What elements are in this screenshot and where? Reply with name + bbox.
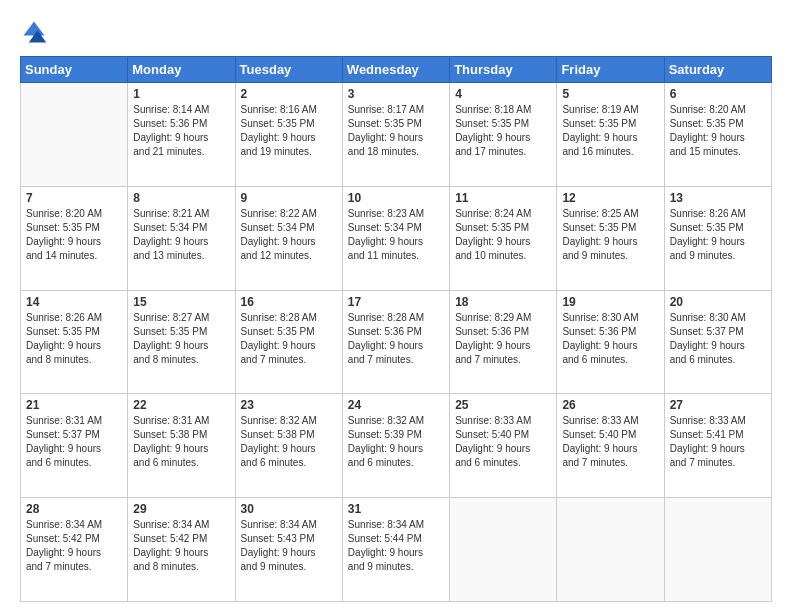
calendar-week-3: 14Sunrise: 8:26 AMSunset: 5:35 PMDayligh… (21, 290, 772, 394)
logo (20, 18, 50, 46)
calendar-cell: 14Sunrise: 8:26 AMSunset: 5:35 PMDayligh… (21, 290, 128, 394)
day-info: Sunrise: 8:21 AMSunset: 5:34 PMDaylight:… (133, 207, 229, 263)
day-header-wednesday: Wednesday (342, 57, 449, 83)
calendar-cell: 26Sunrise: 8:33 AMSunset: 5:40 PMDayligh… (557, 394, 664, 498)
day-number: 25 (455, 398, 551, 412)
day-info: Sunrise: 8:17 AMSunset: 5:35 PMDaylight:… (348, 103, 444, 159)
day-info: Sunrise: 8:26 AMSunset: 5:35 PMDaylight:… (26, 311, 122, 367)
day-number: 7 (26, 191, 122, 205)
calendar-cell (557, 498, 664, 602)
day-number: 13 (670, 191, 766, 205)
calendar-cell: 9Sunrise: 8:22 AMSunset: 5:34 PMDaylight… (235, 186, 342, 290)
day-number: 3 (348, 87, 444, 101)
calendar-cell: 13Sunrise: 8:26 AMSunset: 5:35 PMDayligh… (664, 186, 771, 290)
day-number: 9 (241, 191, 337, 205)
day-header-friday: Friday (557, 57, 664, 83)
day-info: Sunrise: 8:29 AMSunset: 5:36 PMDaylight:… (455, 311, 551, 367)
calendar-cell: 27Sunrise: 8:33 AMSunset: 5:41 PMDayligh… (664, 394, 771, 498)
calendar-cell: 31Sunrise: 8:34 AMSunset: 5:44 PMDayligh… (342, 498, 449, 602)
calendar-cell: 16Sunrise: 8:28 AMSunset: 5:35 PMDayligh… (235, 290, 342, 394)
day-number: 6 (670, 87, 766, 101)
day-info: Sunrise: 8:30 AMSunset: 5:36 PMDaylight:… (562, 311, 658, 367)
day-number: 10 (348, 191, 444, 205)
calendar-cell: 17Sunrise: 8:28 AMSunset: 5:36 PMDayligh… (342, 290, 449, 394)
calendar-header: SundayMondayTuesdayWednesdayThursdayFrid… (21, 57, 772, 83)
svg-marker-0 (24, 22, 45, 36)
day-number: 27 (670, 398, 766, 412)
calendar-cell: 7Sunrise: 8:20 AMSunset: 5:35 PMDaylight… (21, 186, 128, 290)
day-number: 31 (348, 502, 444, 516)
day-number: 14 (26, 295, 122, 309)
day-number: 18 (455, 295, 551, 309)
days-row: SundayMondayTuesdayWednesdayThursdayFrid… (21, 57, 772, 83)
day-number: 4 (455, 87, 551, 101)
day-header-saturday: Saturday (664, 57, 771, 83)
calendar-week-2: 7Sunrise: 8:20 AMSunset: 5:35 PMDaylight… (21, 186, 772, 290)
day-number: 12 (562, 191, 658, 205)
calendar-cell: 10Sunrise: 8:23 AMSunset: 5:34 PMDayligh… (342, 186, 449, 290)
calendar-cell: 12Sunrise: 8:25 AMSunset: 5:35 PMDayligh… (557, 186, 664, 290)
day-info: Sunrise: 8:20 AMSunset: 5:35 PMDaylight:… (26, 207, 122, 263)
day-number: 8 (133, 191, 229, 205)
day-info: Sunrise: 8:34 AMSunset: 5:44 PMDaylight:… (348, 518, 444, 574)
calendar-cell: 1Sunrise: 8:14 AMSunset: 5:36 PMDaylight… (128, 83, 235, 187)
day-number: 29 (133, 502, 229, 516)
day-number: 30 (241, 502, 337, 516)
calendar-cell: 23Sunrise: 8:32 AMSunset: 5:38 PMDayligh… (235, 394, 342, 498)
day-info: Sunrise: 8:28 AMSunset: 5:36 PMDaylight:… (348, 311, 444, 367)
calendar-cell: 28Sunrise: 8:34 AMSunset: 5:42 PMDayligh… (21, 498, 128, 602)
day-info: Sunrise: 8:33 AMSunset: 5:41 PMDaylight:… (670, 414, 766, 470)
calendar-cell: 20Sunrise: 8:30 AMSunset: 5:37 PMDayligh… (664, 290, 771, 394)
calendar: SundayMondayTuesdayWednesdayThursdayFrid… (20, 56, 772, 602)
day-number: 15 (133, 295, 229, 309)
calendar-cell: 2Sunrise: 8:16 AMSunset: 5:35 PMDaylight… (235, 83, 342, 187)
day-header-thursday: Thursday (450, 57, 557, 83)
calendar-cell: 11Sunrise: 8:24 AMSunset: 5:35 PMDayligh… (450, 186, 557, 290)
day-info: Sunrise: 8:30 AMSunset: 5:37 PMDaylight:… (670, 311, 766, 367)
calendar-cell (664, 498, 771, 602)
day-number: 5 (562, 87, 658, 101)
calendar-cell: 3Sunrise: 8:17 AMSunset: 5:35 PMDaylight… (342, 83, 449, 187)
day-info: Sunrise: 8:26 AMSunset: 5:35 PMDaylight:… (670, 207, 766, 263)
calendar-cell: 30Sunrise: 8:34 AMSunset: 5:43 PMDayligh… (235, 498, 342, 602)
day-info: Sunrise: 8:34 AMSunset: 5:42 PMDaylight:… (133, 518, 229, 574)
day-number: 1 (133, 87, 229, 101)
day-number: 16 (241, 295, 337, 309)
calendar-cell: 4Sunrise: 8:18 AMSunset: 5:35 PMDaylight… (450, 83, 557, 187)
calendar-cell: 15Sunrise: 8:27 AMSunset: 5:35 PMDayligh… (128, 290, 235, 394)
calendar-week-4: 21Sunrise: 8:31 AMSunset: 5:37 PMDayligh… (21, 394, 772, 498)
calendar-cell: 24Sunrise: 8:32 AMSunset: 5:39 PMDayligh… (342, 394, 449, 498)
day-info: Sunrise: 8:33 AMSunset: 5:40 PMDaylight:… (562, 414, 658, 470)
day-info: Sunrise: 8:20 AMSunset: 5:35 PMDaylight:… (670, 103, 766, 159)
calendar-cell: 18Sunrise: 8:29 AMSunset: 5:36 PMDayligh… (450, 290, 557, 394)
calendar-cell (21, 83, 128, 187)
day-number: 20 (670, 295, 766, 309)
calendar-cell: 25Sunrise: 8:33 AMSunset: 5:40 PMDayligh… (450, 394, 557, 498)
day-info: Sunrise: 8:33 AMSunset: 5:40 PMDaylight:… (455, 414, 551, 470)
day-number: 11 (455, 191, 551, 205)
day-number: 2 (241, 87, 337, 101)
calendar-cell: 22Sunrise: 8:31 AMSunset: 5:38 PMDayligh… (128, 394, 235, 498)
logo-icon (20, 18, 48, 46)
calendar-body: 1Sunrise: 8:14 AMSunset: 5:36 PMDaylight… (21, 83, 772, 602)
calendar-week-1: 1Sunrise: 8:14 AMSunset: 5:36 PMDaylight… (21, 83, 772, 187)
header (20, 18, 772, 46)
day-info: Sunrise: 8:32 AMSunset: 5:39 PMDaylight:… (348, 414, 444, 470)
day-number: 28 (26, 502, 122, 516)
day-info: Sunrise: 8:24 AMSunset: 5:35 PMDaylight:… (455, 207, 551, 263)
calendar-cell: 19Sunrise: 8:30 AMSunset: 5:36 PMDayligh… (557, 290, 664, 394)
calendar-cell: 21Sunrise: 8:31 AMSunset: 5:37 PMDayligh… (21, 394, 128, 498)
day-header-sunday: Sunday (21, 57, 128, 83)
day-info: Sunrise: 8:28 AMSunset: 5:35 PMDaylight:… (241, 311, 337, 367)
calendar-cell: 8Sunrise: 8:21 AMSunset: 5:34 PMDaylight… (128, 186, 235, 290)
day-info: Sunrise: 8:34 AMSunset: 5:43 PMDaylight:… (241, 518, 337, 574)
day-number: 19 (562, 295, 658, 309)
day-info: Sunrise: 8:22 AMSunset: 5:34 PMDaylight:… (241, 207, 337, 263)
day-info: Sunrise: 8:18 AMSunset: 5:35 PMDaylight:… (455, 103, 551, 159)
day-info: Sunrise: 8:34 AMSunset: 5:42 PMDaylight:… (26, 518, 122, 574)
day-info: Sunrise: 8:32 AMSunset: 5:38 PMDaylight:… (241, 414, 337, 470)
day-info: Sunrise: 8:31 AMSunset: 5:38 PMDaylight:… (133, 414, 229, 470)
day-info: Sunrise: 8:19 AMSunset: 5:35 PMDaylight:… (562, 103, 658, 159)
page: SundayMondayTuesdayWednesdayThursdayFrid… (0, 0, 792, 612)
day-number: 23 (241, 398, 337, 412)
